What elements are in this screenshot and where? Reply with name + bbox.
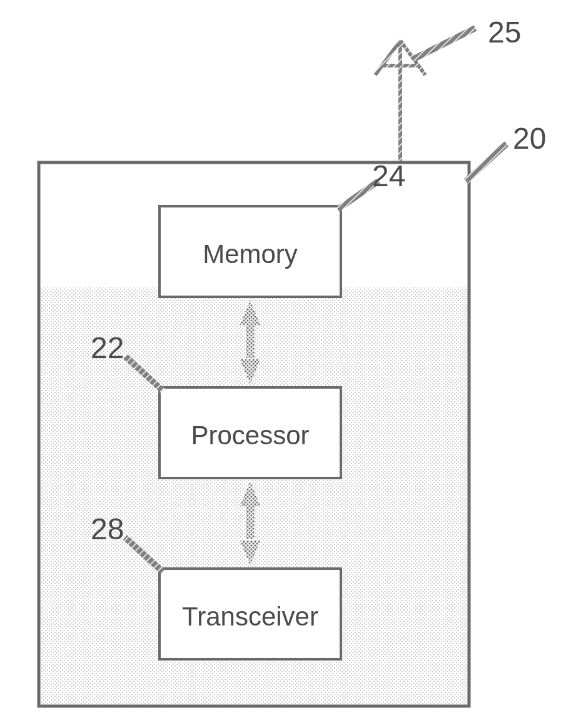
leader-antenna	[413, 28, 475, 59]
block-diagram: 25 20 Memory 24 Processor 22 Transceiver	[0, 0, 561, 728]
leader-device	[466, 144, 507, 181]
memory-label: Memory	[203, 239, 298, 269]
processor-block: Processor	[159, 387, 341, 478]
processor-label: Processor	[191, 421, 309, 450]
ref-transceiver: 28	[91, 512, 124, 546]
svg-line-7	[375, 41, 400, 75]
transceiver-block: Transceiver	[159, 569, 341, 659]
svg-rect-14	[246, 324, 255, 358]
ref-device: 20	[513, 122, 546, 155]
transceiver-label: Transceiver	[182, 602, 318, 631]
ref-memory: 24	[372, 159, 405, 192]
memory-block: Memory	[159, 206, 341, 297]
ref-processor: 22	[91, 331, 124, 364]
svg-rect-18	[246, 505, 255, 539]
ref-antenna: 25	[488, 16, 521, 49]
